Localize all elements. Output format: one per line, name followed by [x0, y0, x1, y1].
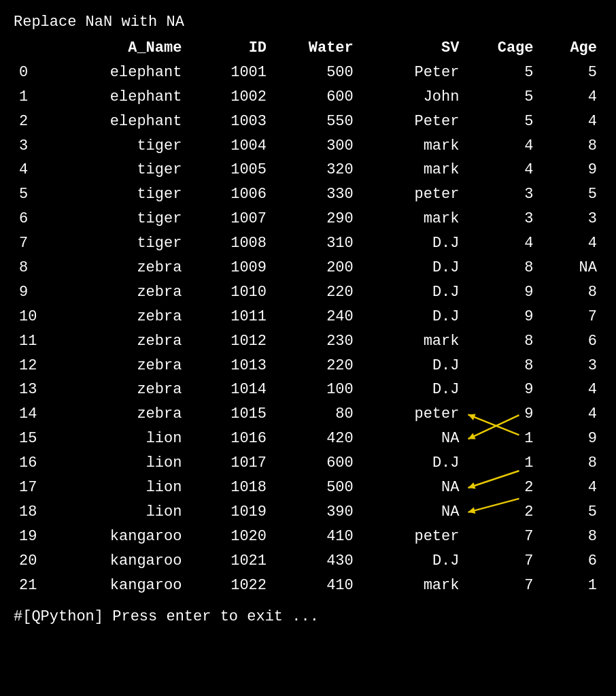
cell-id: 1001 [187, 61, 272, 85]
cell-sv: NA [359, 427, 465, 451]
col-header-aname: A_Name [58, 36, 187, 61]
table-row: 18lion1019390NA25 [14, 500, 602, 525]
table-row: 5tiger1006330peter35 [14, 182, 602, 207]
cell-age: 7 [539, 305, 603, 329]
cell-cage: 7 [464, 574, 538, 598]
cell-cage: 9 [464, 305, 538, 329]
table-row: 12zebra1013220D.J83 [14, 354, 602, 378]
table-row: 15lion1016420NA19 [14, 427, 602, 451]
footer: #[QPython] Press enter to exit ... [14, 608, 602, 625]
cell-index: 11 [14, 329, 58, 354]
cell-id: 1011 [187, 305, 272, 329]
table-row: 2elephant1003550Peter54 [14, 110, 602, 134]
cell-index: 14 [14, 402, 58, 427]
cell-index: 18 [14, 500, 58, 525]
cell-index: 4 [14, 158, 58, 182]
cell-aname: zebra [58, 280, 187, 305]
cell-cage: 8 [464, 354, 538, 378]
cell-aname: elephant [58, 85, 187, 110]
cell-sv: mark [359, 574, 465, 598]
cell-water: 100 [272, 378, 359, 402]
cell-age: 8 [539, 134, 603, 159]
table-row: 0elephant1001500Peter55 [14, 61, 602, 85]
cell-index: 6 [14, 207, 58, 231]
cell-aname: tiger [58, 231, 187, 256]
cell-aname: zebra [58, 378, 187, 402]
cell-sv: peter [359, 402, 465, 427]
cell-index: 9 [14, 280, 58, 305]
cell-index: 1 [14, 85, 58, 110]
cell-cage: 1 [464, 427, 538, 451]
cell-id: 1015 [187, 402, 272, 427]
cell-water: 300 [272, 134, 359, 159]
cell-id: 1005 [187, 158, 272, 182]
cell-id: 1002 [187, 85, 272, 110]
table-row: 11zebra1012230mark86 [14, 329, 602, 354]
cell-water: 430 [272, 549, 359, 574]
cell-age: 1 [539, 574, 603, 598]
cell-sv: mark [359, 158, 465, 182]
cell-age: 9 [539, 158, 603, 182]
cell-index: 5 [14, 182, 58, 207]
cell-cage: 1 [464, 451, 538, 476]
cell-age: 8 [539, 280, 603, 305]
cell-id: 1012 [187, 329, 272, 354]
col-header-age: Age [539, 36, 603, 61]
cell-id: 1013 [187, 354, 272, 378]
table-row: 19kangaroo1020410peter78 [14, 525, 602, 549]
cell-index: 7 [14, 231, 58, 256]
cell-water: 290 [272, 207, 359, 231]
cell-age: 4 [539, 231, 603, 256]
cell-water: 320 [272, 158, 359, 182]
cell-age: 4 [539, 110, 603, 134]
cell-sv: D.J [359, 378, 465, 402]
cell-aname: zebra [58, 329, 187, 354]
cell-aname: lion [58, 476, 187, 500]
cell-index: 10 [14, 305, 58, 329]
cell-water: 500 [272, 476, 359, 500]
cell-id: 1008 [187, 231, 272, 256]
cell-sv: mark [359, 134, 465, 159]
table-row: 7tiger1008310D.J44 [14, 231, 602, 256]
cell-water: 410 [272, 574, 359, 598]
cell-index: 15 [14, 427, 58, 451]
cell-index: 2 [14, 110, 58, 134]
cell-sv: mark [359, 207, 465, 231]
cell-sv: peter [359, 182, 465, 207]
cell-index: 19 [14, 525, 58, 549]
col-header-cage: Cage [464, 36, 538, 61]
cell-id: 1006 [187, 182, 272, 207]
cell-cage: 9 [464, 280, 538, 305]
cell-id: 1003 [187, 110, 272, 134]
cell-id: 1019 [187, 500, 272, 525]
cell-aname: kangaroo [58, 525, 187, 549]
cell-sv: D.J [359, 280, 465, 305]
table-row: 20kangaroo1021430D.J76 [14, 549, 602, 574]
cell-age: 4 [539, 476, 603, 500]
table-row: 16lion1017600D.J18 [14, 451, 602, 476]
cell-cage: 7 [464, 525, 538, 549]
cell-cage: 5 [464, 61, 538, 85]
cell-sv: NA [359, 476, 465, 500]
cell-id: 1017 [187, 451, 272, 476]
table-row: 4tiger1005320mark49 [14, 158, 602, 182]
cell-cage: 4 [464, 231, 538, 256]
cell-id: 1014 [187, 378, 272, 402]
cell-id: 1016 [187, 427, 272, 451]
cell-sv: D.J [359, 549, 465, 574]
cell-age: 4 [539, 85, 603, 110]
cell-aname: lion [58, 500, 187, 525]
cell-cage: 9 [464, 402, 538, 427]
cell-id: 1010 [187, 280, 272, 305]
cell-water: 310 [272, 231, 359, 256]
cell-age: 6 [539, 549, 603, 574]
cell-aname: lion [58, 451, 187, 476]
cell-age: NA [539, 256, 603, 280]
cell-cage: 2 [464, 500, 538, 525]
cell-water: 330 [272, 182, 359, 207]
cell-sv: D.J [359, 305, 465, 329]
cell-index: 20 [14, 549, 58, 574]
table-row: 14zebra101580peter94 [14, 402, 602, 427]
cell-aname: zebra [58, 402, 187, 427]
table-row: 13zebra1014100D.J94 [14, 378, 602, 402]
